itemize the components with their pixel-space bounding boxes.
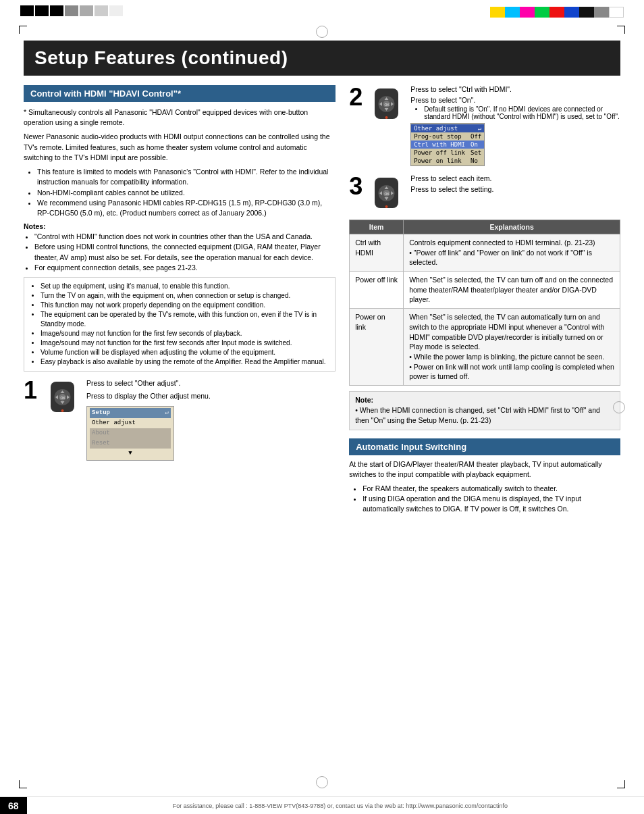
step1-label: Press to select "Other adjust". <box>86 378 336 388</box>
menu2-row-progout: Prog-out stop Off <box>411 132 484 141</box>
gray-swatch-3 <box>95 5 108 16</box>
tip-6: Image/sound may not function for the fir… <box>41 338 329 348</box>
corner-mark-br <box>617 780 625 788</box>
tip-box: Set up the equipment, using it's manual,… <box>24 277 336 372</box>
cyan-swatch <box>505 7 520 18</box>
step1-remote-icon: OK <box>44 378 81 417</box>
svg-point-17 <box>385 116 388 119</box>
tip-8: Easy playback is also available by using… <box>41 357 329 367</box>
intro-text: Newer Panasonic audio-video products wit… <box>24 132 336 163</box>
menu2-row-poweroff: Power off link Set <box>411 149 484 157</box>
gray-swatch-1 <box>65 5 78 16</box>
corner-mark-tr <box>617 26 625 34</box>
svg-text:OK: OK <box>385 192 390 196</box>
menu-row-setup: Setup ↵ <box>90 408 171 418</box>
tip-7: Volume function will be displayed when a… <box>41 348 329 357</box>
corner-mark-bl <box>19 780 27 788</box>
color-calibration-right <box>490 7 624 18</box>
bullet-item-1: This feature is limited to models with P… <box>37 167 336 187</box>
black-swatch-2 <box>35 5 49 16</box>
circle-mark-bottom <box>316 776 328 788</box>
explanations-table: Item Explanations Ctrl with HDMI Control… <box>349 220 620 386</box>
feature-bullets: This feature is limited to models with P… <box>30 167 336 218</box>
page-number: 68 <box>0 797 27 814</box>
gray-swatch-4 <box>109 5 123 16</box>
table-header-expl: Explanations <box>404 220 620 234</box>
page-title: Setup Features (continued) <box>24 41 620 76</box>
auto-text1: At the start of DIGA/Player theater/RAM … <box>349 459 620 480</box>
step2-number: 2 <box>349 85 363 109</box>
gray-swatch-r <box>594 7 609 18</box>
step3-row: 3 OK Press to select each <box>349 174 620 213</box>
black-swatch-r <box>579 7 594 18</box>
step2-menu-box: Other adjust ↵ Prog-out stop Off Ctrl wi… <box>410 123 485 166</box>
tip-4: The equipment can be operated by the TV'… <box>41 310 329 329</box>
table-cell-poweron-item: Power on link <box>350 309 404 386</box>
notes-list: "Control with HDMI" function does not wo… <box>28 232 336 273</box>
menu-row-about: About <box>90 428 171 438</box>
note-item-2: Before using HDMI control functions, the… <box>34 242 336 262</box>
table-header-item: Item <box>350 220 404 234</box>
table-cell-ctrl-expl: Controls equipment connected to HDMI ter… <box>404 234 620 272</box>
step1-desc: Press to select "Other adjust". Press to… <box>86 378 336 463</box>
svg-text:OK: OK <box>385 103 390 107</box>
note-item-3: For equipment connection details, see pa… <box>34 263 336 273</box>
step3-number: 3 <box>349 174 363 199</box>
step3-desc-area: Press to select each item. Press to sele… <box>410 174 620 193</box>
step1-label2: Press to display the Other adjust menu. <box>86 391 336 401</box>
menu2-row-ctrl: Ctrl with HDMI On <box>411 141 484 149</box>
auto-bullet-1: For RAM theater, the speakers automatica… <box>363 484 620 494</box>
bottom-assistance-text: For assistance, please call : 1-888-VIEW… <box>27 803 644 809</box>
svg-point-26 <box>385 205 388 208</box>
tip-1: Set up the equipment, using it's manual,… <box>41 282 329 291</box>
left-column: Control with HDMI "HDAVI Control"* * Sim… <box>24 85 336 519</box>
auto-bullets: For RAM theater, the speakers automatica… <box>356 484 620 515</box>
note-box: Note: • When the HDMI connection is chan… <box>349 391 620 430</box>
gray-swatch-2 <box>80 5 93 16</box>
step1-number: 1 <box>24 378 38 403</box>
step2-bullet1: Default setting is "On". If no HDMI devi… <box>424 105 620 120</box>
section2-header: Automatic Input Switching <box>349 438 620 455</box>
black-swatch-1 <box>20 5 34 16</box>
yellow-swatch <box>490 7 505 18</box>
table-row-poweroff: Power off link When "Set" is selected, t… <box>350 272 620 309</box>
tip-5: Image/sound may not function for the fir… <box>41 329 329 338</box>
step2-desc-area: Press to select "Ctrl with HDMI". Press … <box>410 85 620 168</box>
menu-row-other-adjust: Other adjust <box>90 418 171 428</box>
blue-swatch <box>564 7 579 18</box>
tip-3: This function may not work properly depe… <box>41 301 329 310</box>
circle-mark-right <box>613 401 625 413</box>
svg-text:OK: OK <box>61 396 66 400</box>
step3-remote-icon: OK <box>368 174 405 213</box>
black-swatch-3 <box>50 5 63 16</box>
corner-mark-tl <box>19 26 27 34</box>
step3-desc1: Press to select each item. <box>410 174 620 182</box>
step2-row: 2 OK <box>349 85 620 168</box>
menu-row-arrow: ▼ <box>90 449 171 459</box>
white-swatch-r <box>609 7 624 18</box>
table-cell-poweron-expl: When "Set" is selected, the TV can autom… <box>404 309 620 386</box>
bullet-item-3: We recommend using Panasonic HDMI cables… <box>37 198 336 218</box>
bottom-bar: 68 For assistance, please call : 1-888-V… <box>0 796 644 814</box>
two-column-layout: Control with HDMI "HDAVI Control"* * Sim… <box>24 85 620 519</box>
notes-header: Notes: <box>24 222 336 230</box>
table-row-ctrl: Ctrl with HDMI Controls equipment connec… <box>350 234 620 272</box>
step1-menu-box: Setup ↵ Other adjust About Reset <box>86 406 174 461</box>
table-cell-poweroff-item: Power off link <box>350 272 404 309</box>
bullet-item-2: Non-HDMI-compliant cables cannot be util… <box>37 188 336 198</box>
tip-2: Turn the TV on again, with the equipment… <box>41 291 329 301</box>
note-item-1: "Control with HDMI" function does not wo… <box>34 232 336 242</box>
menu2-row-poweron: Power on link No <box>411 157 484 165</box>
step2-remote-icon: OK <box>368 85 405 124</box>
menu2-row-header: Other adjust ↵ <box>411 124 484 132</box>
auto-bullet-2: If using DIGA operation and the DIGA men… <box>363 494 620 514</box>
section1-header: Control with HDMI "HDAVI Control"* <box>24 85 336 102</box>
step3-desc2: Press to select the setting. <box>410 185 620 193</box>
color-calibration-left <box>20 5 123 16</box>
main-content: Setup Features (continued) Control with … <box>0 7 644 553</box>
step2-desc2: Press to select "On". <box>410 96 620 104</box>
table-row-poweron: Power on link When "Set" is selected, th… <box>350 309 620 386</box>
step1-row: 1 OK <box>24 378 336 463</box>
step2-desc1: Press to select "Ctrl with HDMI". <box>410 85 620 93</box>
menu-row-reset: Reset <box>90 438 171 449</box>
